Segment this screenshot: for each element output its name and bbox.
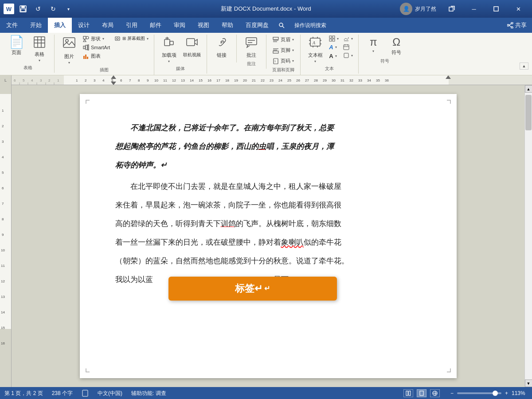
page-number-button[interactable]: 1 页码 ▾ <box>270 56 297 66</box>
footer-button[interactable]: 页脚 ▾ <box>270 45 297 55</box>
restore-window-button[interactable] <box>442 0 462 18</box>
svg-text:6: 6 <box>2 186 4 190</box>
svg-rect-143 <box>409 391 411 395</box>
textbox-button[interactable]: A 文本框 ▾ <box>304 35 326 65</box>
menu-item-baidu[interactable]: 百度网盘 <box>239 18 275 33</box>
language-label[interactable]: 中文(中国) <box>98 390 122 397</box>
svg-text:14: 14 <box>190 78 194 82</box>
read-view-button[interactable] <box>403 389 413 397</box>
svg-text:15: 15 <box>199 78 203 82</box>
scroll-up-button[interactable]: ▲ <box>525 85 532 93</box>
dropcap-button[interactable]: A ▾ <box>327 52 340 60</box>
svg-rect-34 <box>187 39 195 46</box>
vertical-ruler: 1 2 3 4 5 6 7 8 9 10 11 12 13 14 15 16 1… <box>0 85 12 387</box>
scroll-track[interactable] <box>525 93 532 379</box>
paragraph-5: 来住着，早晨起来，泡一碗浓茶，向院子一坐，你也能看得到很高很 <box>115 198 421 213</box>
shape-button[interactable]: 形状 ▾ <box>81 35 112 43</box>
menu-item-references[interactable]: 引用 <box>120 18 144 33</box>
word-logo-icon[interactable]: W <box>4 4 14 14</box>
svg-text:9: 9 <box>2 233 4 237</box>
online-video-button[interactable]: 联机视频 <box>181 35 203 59</box>
object-button[interactable]: ▾ <box>341 51 355 59</box>
smartart-button[interactable]: SmartArt <box>81 43 112 51</box>
addins-button[interactable]: 加载项 ▾ <box>158 35 180 65</box>
underlined-text-1: 虫 <box>258 142 266 151</box>
paragraph-4: 在北平即使不出门去罢，就是在皇城人海之中，租人家一椽破屋 <box>115 179 421 194</box>
symbol-button[interactable]: Ω 符号 <box>385 35 407 57</box>
svg-point-29 <box>117 38 118 39</box>
wordart-button[interactable]: A ▾ <box>327 43 340 51</box>
svg-text:29: 29 <box>323 78 327 82</box>
screenshot-button[interactable]: ⊞ 屏幕截图 ▾ <box>113 35 150 43</box>
svg-rect-141 <box>82 390 88 396</box>
signature-line-button[interactable]: ▾ <box>341 35 355 43</box>
customize-qat-button[interactable]: ▾ <box>62 3 74 15</box>
zoom-in-button[interactable]: + <box>505 390 508 396</box>
search-icon[interactable] <box>275 18 288 33</box>
page-icon-status[interactable] <box>82 390 89 397</box>
menu-item-layout[interactable]: 布局 <box>96 18 120 33</box>
collapse-ribbon-button[interactable]: ▲ <box>520 63 528 70</box>
paragraph-9: 我以为以蓝色或白色者为佳，紫黑色次之，淡红最下。↵ 标签↵ <box>115 272 421 287</box>
close-button[interactable]: ✕ <box>508 0 528 18</box>
ribbon-group-header-footer: 页眉 ▾ 页脚 ▾ 1 页码 ▾ 页眉和页脚 <box>266 35 301 75</box>
share-button[interactable]: 共享 <box>507 18 532 33</box>
svg-text:21: 21 <box>252 78 256 82</box>
ruler-corner[interactable]: L <box>0 75 12 85</box>
zoom-level-label[interactable]: 113% <box>512 390 528 396</box>
page-button[interactable]: 📄 页面 <box>5 35 27 57</box>
vertical-scrollbar[interactable]: ▲ ▼ <box>524 85 532 387</box>
zoom-slider[interactable] <box>457 392 501 394</box>
redo-button[interactable]: ↻ <box>47 3 59 15</box>
svg-text:19: 19 <box>234 78 238 82</box>
menu-item-review[interactable]: 审阅 <box>168 18 192 33</box>
datetime-button[interactable] <box>341 43 355 51</box>
table-button[interactable]: 表格 ▾ <box>28 35 51 64</box>
svg-rect-12 <box>34 37 45 47</box>
svg-rect-33 <box>170 41 173 45</box>
menu-item-help[interactable]: 帮助 <box>215 18 239 33</box>
svg-text:14: 14 <box>1 310 5 314</box>
save-button[interactable] <box>17 3 29 15</box>
menu-item-mailings[interactable]: 邮件 <box>144 18 168 33</box>
svg-point-5 <box>279 23 283 27</box>
print-view-button[interactable] <box>417 389 426 397</box>
menu-item-file[interactable]: 文件 <box>0 18 24 33</box>
link-button[interactable]: 链接 <box>211 35 233 60</box>
zoom-out-button[interactable]: − <box>450 390 454 396</box>
svg-text:1: 1 <box>274 60 276 63</box>
accessibility-label[interactable]: 辅助功能: 调查 <box>131 390 166 397</box>
menu-item-home[interactable]: 开始 <box>24 18 48 33</box>
header-button[interactable]: 页眉 ▾ <box>270 35 297 45</box>
word-count[interactable]: 238 个字 <box>52 390 73 397</box>
menu-item-insert[interactable]: 插入 <box>48 18 72 33</box>
svg-rect-27 <box>87 57 88 59</box>
user-profile[interactable]: 👤 岁月了然 <box>400 3 436 15</box>
scroll-down-button[interactable]: ▼ <box>525 379 532 387</box>
undo-button[interactable]: ↺ <box>32 3 44 15</box>
zoom-thumb[interactable] <box>493 391 498 396</box>
svg-rect-144 <box>420 391 423 395</box>
ribbon: 📄 页面 表格 ▾ <box>0 33 532 75</box>
svg-text:17: 17 <box>216 78 220 82</box>
ribbon-group-text: A 文本框 ▾ ▾ A ▾ A <box>301 35 359 74</box>
maximize-button[interactable] <box>486 0 506 18</box>
label-tooltip[interactable]: 标签↵ <box>168 277 337 301</box>
minimize-button[interactable]: ─ <box>464 0 484 18</box>
equation-icon: π <box>370 36 377 48</box>
scroll-thumb[interactable] <box>525 95 532 130</box>
web-view-button[interactable] <box>430 389 440 397</box>
svg-rect-1 <box>21 6 25 8</box>
svg-line-6 <box>282 26 284 28</box>
menu-item-view[interactable]: 视图 <box>192 18 215 33</box>
image-button[interactable]: 图片 ▾ <box>58 35 80 66</box>
document-area[interactable]: 不逢北国之秋，已将近十余年了。在南方每年到了秋天，总要 想起陶然亭的芦花，钓鱼台… <box>12 85 524 387</box>
chart-button[interactable]: 图表 <box>81 52 112 60</box>
comment-button[interactable]: 批注 <box>240 35 262 60</box>
operation-search-input[interactable]: 操作说明搜索 <box>288 18 341 33</box>
svg-rect-80 <box>449 75 532 85</box>
page-info-label[interactable]: 第 1 页，共 2 页 <box>4 390 43 397</box>
menu-item-design[interactable]: 设计 <box>72 18 96 33</box>
equation-button[interactable]: π ▾ <box>362 35 384 55</box>
quick-parts-button[interactable]: ▾ <box>327 35 340 43</box>
